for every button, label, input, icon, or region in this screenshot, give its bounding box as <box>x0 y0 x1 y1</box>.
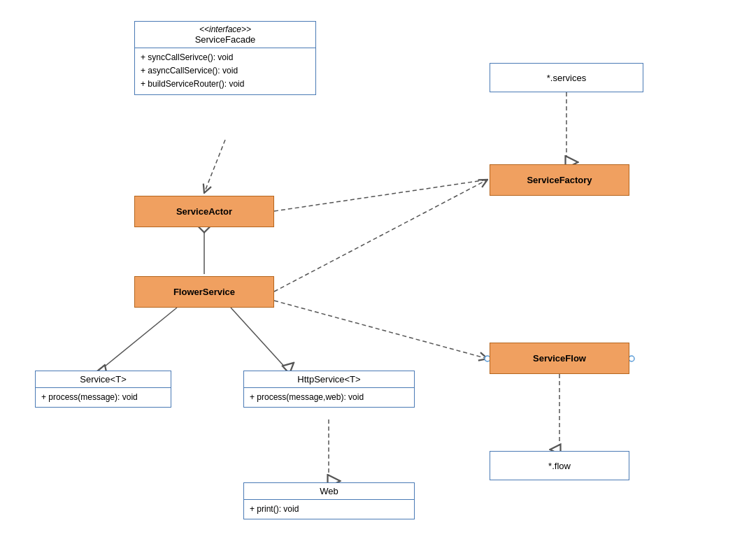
service-flow-label: ServiceFlow <box>533 353 586 364</box>
service-t-box: Service<T> + process(message): void <box>35 371 171 408</box>
web-label: Web <box>320 486 338 496</box>
service-t-method-1: + process(message): void <box>41 391 165 404</box>
service-facade-stereotype: <<interface>> <box>141 24 310 34</box>
http-service-t-header: HttpService<T> <box>244 371 414 388</box>
service-facade-method-3: + buildServiceRouter(): void <box>141 78 310 91</box>
service-facade-body: + syncCallSerivce(): void + asyncCallSer… <box>135 48 315 94</box>
http-service-t-label: HttpService<T> <box>297 374 360 385</box>
services-package-box: *.services <box>490 63 643 92</box>
service-facade-header: <<interface>> ServiceFacade <box>135 22 315 48</box>
svg-line-10 <box>101 308 177 369</box>
svg-line-18 <box>274 180 487 211</box>
svg-line-8 <box>274 180 487 292</box>
service-t-label: Service<T> <box>80 374 126 385</box>
web-header: Web <box>244 483 414 500</box>
flow-package-label: *.flow <box>548 461 571 471</box>
service-facade-box: <<interface>> ServiceFacade + syncCallSe… <box>134 21 316 95</box>
svg-line-6 <box>204 140 225 193</box>
service-facade-label: ServiceFacade <box>141 34 310 45</box>
http-service-t-body: + process(message,web): void <box>244 388 414 407</box>
service-flow-box: ServiceFlow <box>490 343 629 374</box>
service-actor-box: ServiceActor <box>134 196 274 227</box>
services-package-label: *.services <box>547 73 586 83</box>
service-factory-box: ServiceFactory <box>490 164 629 196</box>
flow-package-box: *.flow <box>490 451 629 480</box>
service-factory-label: ServiceFactory <box>527 175 592 185</box>
svg-line-13 <box>274 301 487 359</box>
service-t-body: + process(message): void <box>36 388 171 407</box>
service-actor-label: ServiceActor <box>176 206 232 217</box>
svg-point-16 <box>629 356 634 361</box>
flower-service-box: FlowerService <box>134 276 274 308</box>
svg-line-11 <box>231 308 287 369</box>
web-method-1: + print(): void <box>250 503 408 516</box>
http-service-t-method-1: + process(message,web): void <box>250 391 408 404</box>
flower-service-label: FlowerService <box>173 287 235 297</box>
web-box: Web + print(): void <box>243 482 415 519</box>
web-body: + print(): void <box>244 500 414 519</box>
http-service-t-box: HttpService<T> + process(message,web): v… <box>243 371 415 408</box>
service-facade-method-2: + asyncCallService(): void <box>141 64 310 78</box>
diagram-container: <<interface>> ServiceFacade + syncCallSe… <box>0 0 749 560</box>
service-t-header: Service<T> <box>36 371 171 388</box>
service-facade-method-1: + syncCallSerivce(): void <box>141 51 310 64</box>
